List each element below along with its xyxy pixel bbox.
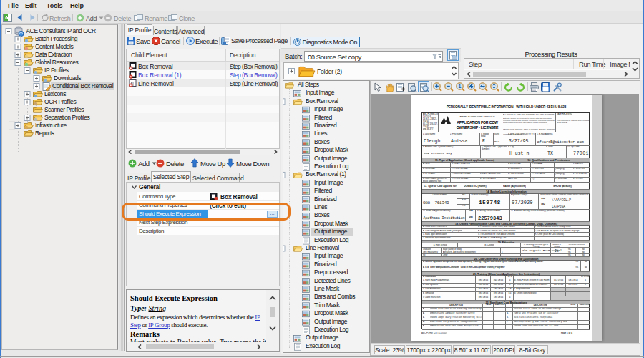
svg-text:1: 1 [458,84,461,89]
